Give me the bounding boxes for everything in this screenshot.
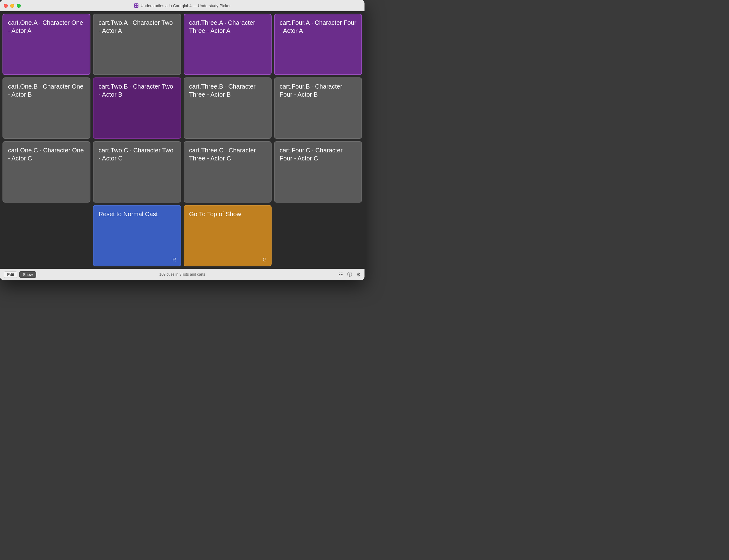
cue-cell-cart-two-c[interactable]: cart.Two.C · Character Two - Actor C (93, 141, 181, 203)
status-bar-left: Edit Show (4, 271, 36, 278)
cue-grid: cart.One.A · Character One - Actor Acart… (0, 11, 365, 269)
cue-cell-cart-four-a[interactable]: cart.Four.A · Character Four - Actor A (274, 14, 362, 75)
cue-hotkey-go-to-top: G (263, 257, 266, 263)
status-bar-right: ☷ ⓘ ⚙ (338, 271, 361, 278)
cue-cell-cart-three-b[interactable]: cart.Three.B · Character Three - Actor B (184, 77, 272, 139)
info-icon[interactable]: ⓘ (347, 271, 352, 278)
cue-label-cart-one-a: cart.One.A · Character One - Actor A (8, 19, 85, 35)
cue-label-cart-four-a: cart.Four.A · Character Four - Actor A (280, 19, 356, 35)
cue-cell-empty-1 (2, 205, 90, 266)
app-icon (134, 3, 139, 8)
cue-cell-cart-three-a[interactable]: cart.Three.A · Character Three - Actor A (184, 14, 272, 75)
cue-cell-cart-three-c[interactable]: cart.Three.C · Character Three - Actor C (184, 141, 272, 203)
svg-rect-4 (137, 6, 138, 7)
list-icon[interactable]: ☷ (338, 272, 343, 278)
status-text: 109 cues in 3 lists and carts (159, 272, 205, 277)
cue-label-cart-one-c: cart.One.C · Character One - Actor C (8, 146, 85, 162)
svg-rect-0 (134, 3, 138, 8)
cue-cell-reset-cast[interactable]: Reset to Normal CastR (93, 205, 181, 266)
window-controls (4, 4, 21, 8)
cue-cell-cart-four-c[interactable]: cart.Four.C · Character Four - Actor C (274, 141, 362, 203)
cue-label-cart-two-b: cart.Two.B · Character Two - Actor B (98, 82, 175, 98)
cue-cell-go-to-top[interactable]: Go To Top of ShowG (184, 205, 272, 266)
status-bar: Edit Show 109 cues in 3 lists and carts … (0, 269, 365, 280)
cue-label-cart-four-b: cart.Four.B · Character Four - Actor B (280, 82, 356, 98)
cue-cell-cart-two-a[interactable]: cart.Two.A · Character Two - Actor A (93, 14, 181, 75)
svg-rect-2 (137, 4, 138, 5)
cue-hotkey-reset-cast: R (172, 257, 176, 263)
cue-label-cart-three-a: cart.Three.A · Character Three - Actor A (189, 19, 266, 35)
window-title-container: Understudies a la Cart.qlab4 — Understud… (134, 3, 231, 8)
show-button[interactable]: Show (19, 271, 36, 278)
window-title: Understudies a la Cart.qlab4 — Understud… (141, 3, 231, 8)
minimize-button[interactable] (10, 4, 14, 8)
edit-button[interactable]: Edit (4, 271, 17, 278)
cue-label-cart-three-c: cart.Three.C · Character Three - Actor C (189, 146, 266, 162)
cue-cell-cart-one-a[interactable]: cart.One.A · Character One - Actor A (2, 14, 90, 75)
cue-cell-cart-two-b[interactable]: cart.Two.B · Character Two - Actor B (93, 77, 181, 139)
maximize-button[interactable] (17, 4, 21, 8)
cue-label-cart-four-c: cart.Four.C · Character Four - Actor C (280, 146, 356, 162)
cue-label-cart-two-a: cart.Two.A · Character Two - Actor A (98, 19, 175, 35)
cue-label-reset-cast: Reset to Normal Cast (98, 210, 158, 218)
cue-cell-cart-one-b[interactable]: cart.One.B · Character One - Actor B (2, 77, 90, 139)
close-button[interactable] (4, 4, 8, 8)
cue-cell-empty-2 (274, 205, 362, 266)
svg-rect-3 (135, 6, 136, 7)
cue-label-cart-three-b: cart.Three.B · Character Three - Actor B (189, 82, 266, 98)
title-bar: Understudies a la Cart.qlab4 — Understud… (0, 0, 365, 11)
cue-cell-cart-one-c[interactable]: cart.One.C · Character One - Actor C (2, 141, 90, 203)
cue-cell-cart-four-b[interactable]: cart.Four.B · Character Four - Actor B (274, 77, 362, 139)
cue-label-cart-one-b: cart.One.B · Character One - Actor B (8, 82, 85, 98)
settings-icon[interactable]: ⚙ (356, 272, 361, 278)
svg-rect-1 (135, 4, 136, 5)
cue-label-cart-two-c: cart.Two.C · Character Two - Actor C (98, 146, 175, 162)
cue-label-go-to-top: Go To Top of Show (189, 210, 241, 218)
